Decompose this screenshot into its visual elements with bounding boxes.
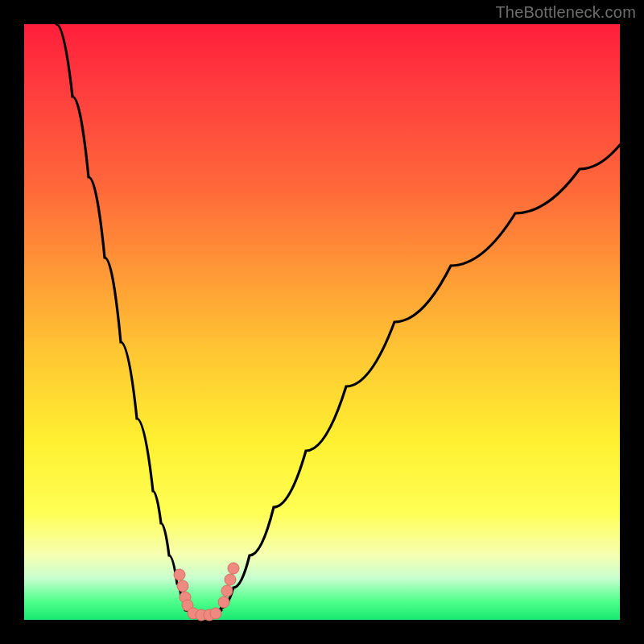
data-marker [210, 608, 221, 619]
chart-svg [24, 24, 620, 620]
curve-left-branch [56, 24, 197, 613]
data-marker [221, 585, 233, 597]
outer-frame: TheBottleneck.com [0, 0, 644, 644]
watermark-text: TheBottleneck.com [495, 3, 636, 22]
data-marker [218, 597, 229, 608]
data-marker [225, 574, 236, 585]
curve-right-branch [213, 145, 620, 613]
data-marker [174, 569, 185, 580]
data-marker [228, 563, 239, 574]
marker-group [174, 563, 239, 621]
data-marker [177, 580, 188, 592]
